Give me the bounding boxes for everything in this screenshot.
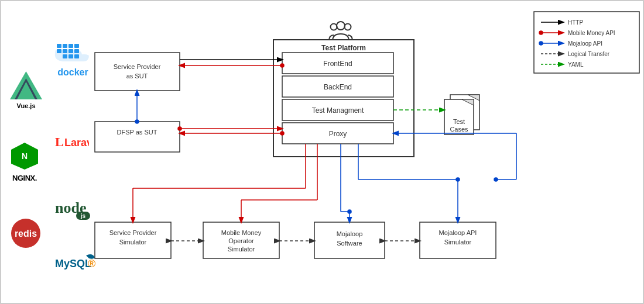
svg-text:Proxy: Proxy <box>329 130 347 138</box>
svg-text:Mobile Money API: Mobile Money API <box>568 30 615 36</box>
svg-point-29 <box>345 24 351 30</box>
svg-text:Mojaloop API: Mojaloop API <box>568 40 602 47</box>
svg-rect-6 <box>74 44 79 48</box>
svg-text:YAML: YAML <box>568 61 584 68</box>
nodejs-logo: node js <box>54 194 95 222</box>
svg-rect-31 <box>273 40 414 157</box>
svg-text:Test Managment: Test Managment <box>312 106 364 115</box>
svg-text:redis: redis <box>15 229 37 239</box>
svg-rect-41 <box>95 53 180 91</box>
docker-label: docker <box>54 67 92 78</box>
svg-text:Laravel: Laravel <box>64 137 89 148</box>
logo-area: Vue.js docker <box>7 7 89 299</box>
svg-rect-52 <box>95 222 171 258</box>
vuejs-label: Vue.js <box>10 102 42 109</box>
svg-text:Service Provider: Service Provider <box>109 229 157 236</box>
svg-text:N: N <box>22 151 28 161</box>
svg-rect-89 <box>534 12 639 73</box>
svg-text:DFSP as SUT: DFSP as SUT <box>117 129 157 136</box>
svg-text:Simulator: Simulator <box>119 239 147 246</box>
svg-rect-48 <box>444 99 474 134</box>
svg-point-27 <box>337 22 345 30</box>
svg-rect-4 <box>63 44 67 48</box>
svg-text:Mobile Money: Mobile Money <box>221 229 262 236</box>
svg-rect-59 <box>314 222 385 258</box>
svg-marker-49 <box>462 99 474 105</box>
svg-text:MySQL: MySQL <box>55 258 91 270</box>
svg-rect-37 <box>282 99 393 120</box>
svg-text:Service Provider: Service Provider <box>114 63 161 70</box>
vuejs-logo: Vue.js <box>10 71 42 109</box>
svg-rect-3 <box>57 44 61 48</box>
svg-rect-39 <box>282 123 393 144</box>
svg-text:Test: Test <box>453 118 465 125</box>
svg-rect-55 <box>203 222 279 258</box>
nginx-logo: N NGINX. <box>10 141 39 182</box>
svg-text:BackEnd: BackEnd <box>324 83 352 91</box>
svg-text:Software: Software <box>337 240 362 247</box>
svg-point-28 <box>331 24 337 30</box>
arrows-diagram: Test Platform FrontEnd BackEnd Test Mana… <box>89 1 644 304</box>
svg-text:as SUT: as SUT <box>126 72 148 80</box>
svg-text:Cases: Cases <box>450 126 468 133</box>
mysql-logo: MySQL ® <box>54 253 98 275</box>
svg-text:Mojaloop: Mojaloop <box>337 230 363 237</box>
svg-text:FrontEnd: FrontEnd <box>323 60 352 68</box>
svg-rect-62 <box>420 222 496 258</box>
svg-text:Test Platform: Test Platform <box>321 44 366 52</box>
svg-text:L: L <box>55 134 64 149</box>
redis-logo: redis <box>10 217 42 251</box>
svg-text:Logical Transfer: Logical Transfer <box>568 51 610 57</box>
docker-logo: docker <box>54 39 92 78</box>
svg-text:Mojaloop API: Mojaloop API <box>439 229 477 236</box>
svg-rect-44 <box>95 122 180 152</box>
svg-text:Simulator: Simulator <box>444 239 472 246</box>
svg-rect-33 <box>282 53 393 74</box>
main-container: Vue.js docker <box>0 0 644 304</box>
svg-rect-46 <box>450 95 479 130</box>
svg-text:Operator: Operator <box>228 237 254 244</box>
svg-marker-47 <box>468 95 479 101</box>
svg-rect-35 <box>282 76 393 97</box>
laravel-logo: L Laravel <box>54 130 89 152</box>
svg-text:HTTP: HTTP <box>568 19 583 26</box>
svg-text:®: ® <box>88 258 95 270</box>
svg-text:js: js <box>80 213 86 219</box>
svg-rect-5 <box>68 44 73 48</box>
nginx-label: NGINX. <box>10 174 39 182</box>
svg-text:Simulator: Simulator <box>228 246 255 253</box>
